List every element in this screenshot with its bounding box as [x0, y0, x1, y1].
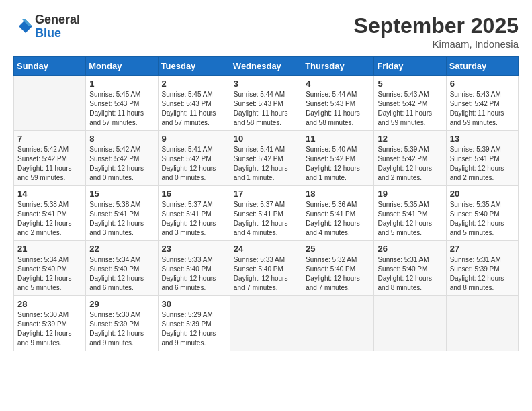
calendar-cell: 1Sunrise: 5:45 AM Sunset: 5:43 PM Daylig…: [86, 76, 158, 131]
calendar-cell: 25Sunrise: 5:32 AM Sunset: 5:40 PM Dayli…: [302, 241, 374, 296]
calendar-cell: 27Sunrise: 5:31 AM Sunset: 5:39 PM Dayli…: [446, 241, 518, 296]
calendar-week-row: 21Sunrise: 5:34 AM Sunset: 5:40 PM Dayli…: [14, 241, 519, 296]
day-info: Sunrise: 5:33 AM Sunset: 5:40 PM Dayligh…: [162, 255, 226, 293]
calendar-cell: [374, 296, 446, 351]
calendar-cell: 28Sunrise: 5:30 AM Sunset: 5:39 PM Dayli…: [14, 296, 86, 351]
title-block: September 2025 Kimaam, Indonesia: [354, 13, 519, 50]
day-info: Sunrise: 5:44 AM Sunset: 5:43 PM Dayligh…: [306, 90, 370, 128]
calendar-cell: [230, 296, 302, 351]
calendar-cell: 6Sunrise: 5:43 AM Sunset: 5:42 PM Daylig…: [446, 76, 518, 131]
calendar-cell: [446, 296, 518, 351]
calendar-cell: 7Sunrise: 5:42 AM Sunset: 5:42 PM Daylig…: [14, 131, 86, 186]
calendar-cell: 9Sunrise: 5:41 AM Sunset: 5:42 PM Daylig…: [158, 131, 230, 186]
day-info: Sunrise: 5:37 AM Sunset: 5:41 PM Dayligh…: [234, 200, 298, 238]
day-number: 2: [162, 79, 226, 89]
day-info: Sunrise: 5:43 AM Sunset: 5:42 PM Dayligh…: [378, 90, 442, 128]
day-info: Sunrise: 5:37 AM Sunset: 5:41 PM Dayligh…: [162, 200, 226, 238]
day-info: Sunrise: 5:36 AM Sunset: 5:41 PM Dayligh…: [306, 200, 370, 238]
day-number: 27: [450, 244, 515, 254]
day-number: 25: [306, 244, 370, 254]
calendar-week-row: 28Sunrise: 5:30 AM Sunset: 5:39 PM Dayli…: [14, 296, 519, 351]
calendar-cell: 22Sunrise: 5:34 AM Sunset: 5:40 PM Dayli…: [86, 241, 158, 296]
weekday-header-friday: Friday: [374, 57, 446, 76]
day-number: 28: [17, 299, 82, 309]
day-info: Sunrise: 5:38 AM Sunset: 5:41 PM Dayligh…: [89, 200, 154, 238]
day-info: Sunrise: 5:31 AM Sunset: 5:40 PM Dayligh…: [378, 255, 442, 293]
day-number: 10: [234, 134, 298, 144]
day-number: 21: [17, 244, 82, 254]
day-number: 15: [89, 189, 154, 199]
day-number: 26: [378, 244, 442, 254]
day-number: 16: [162, 189, 226, 199]
day-number: 5: [378, 79, 442, 89]
calendar-table: SundayMondayTuesdayWednesdayThursdayFrid…: [13, 56, 519, 351]
day-info: Sunrise: 5:35 AM Sunset: 5:41 PM Dayligh…: [378, 200, 442, 238]
weekday-header-sunday: Sunday: [14, 57, 86, 76]
weekday-header-thursday: Thursday: [302, 57, 374, 76]
page-header: General Blue September 2025 Kimaam, Indo…: [13, 13, 519, 50]
day-number: 8: [89, 134, 154, 144]
day-number: 30: [162, 299, 226, 309]
logo-text: General Blue: [35, 13, 80, 40]
calendar-cell: 8Sunrise: 5:42 AM Sunset: 5:42 PM Daylig…: [86, 131, 158, 186]
calendar-cell: 19Sunrise: 5:35 AM Sunset: 5:41 PM Dayli…: [374, 186, 446, 241]
day-info: Sunrise: 5:38 AM Sunset: 5:41 PM Dayligh…: [17, 200, 82, 238]
calendar-cell: 5Sunrise: 5:43 AM Sunset: 5:42 PM Daylig…: [374, 76, 446, 131]
weekday-header-monday: Monday: [86, 57, 158, 76]
calendar-cell: [302, 296, 374, 351]
day-number: 17: [234, 189, 298, 199]
day-info: Sunrise: 5:32 AM Sunset: 5:40 PM Dayligh…: [306, 255, 370, 293]
day-number: 11: [306, 134, 370, 144]
day-info: Sunrise: 5:41 AM Sunset: 5:42 PM Dayligh…: [162, 145, 226, 183]
day-info: Sunrise: 5:33 AM Sunset: 5:40 PM Dayligh…: [234, 255, 298, 293]
calendar-cell: 23Sunrise: 5:33 AM Sunset: 5:40 PM Dayli…: [158, 241, 230, 296]
calendar-cell: 14Sunrise: 5:38 AM Sunset: 5:41 PM Dayli…: [14, 186, 86, 241]
day-info: Sunrise: 5:31 AM Sunset: 5:39 PM Dayligh…: [450, 255, 515, 293]
day-number: 20: [450, 189, 515, 199]
calendar-cell: 4Sunrise: 5:44 AM Sunset: 5:43 PM Daylig…: [302, 76, 374, 131]
weekday-header-wednesday: Wednesday: [230, 57, 302, 76]
day-info: Sunrise: 5:29 AM Sunset: 5:39 PM Dayligh…: [162, 310, 226, 348]
day-info: Sunrise: 5:42 AM Sunset: 5:42 PM Dayligh…: [89, 145, 154, 183]
calendar-cell: 12Sunrise: 5:39 AM Sunset: 5:42 PM Dayli…: [374, 131, 446, 186]
day-info: Sunrise: 5:45 AM Sunset: 5:43 PM Dayligh…: [89, 90, 154, 128]
day-number: 29: [89, 299, 154, 309]
logo-blue: Blue: [35, 27, 80, 40]
calendar-cell: 16Sunrise: 5:37 AM Sunset: 5:41 PM Dayli…: [158, 186, 230, 241]
day-info: Sunrise: 5:41 AM Sunset: 5:42 PM Dayligh…: [234, 145, 298, 183]
calendar-cell: 10Sunrise: 5:41 AM Sunset: 5:42 PM Dayli…: [230, 131, 302, 186]
month-title: September 2025: [354, 13, 519, 38]
day-info: Sunrise: 5:42 AM Sunset: 5:42 PM Dayligh…: [17, 145, 82, 183]
day-number: 23: [162, 244, 226, 254]
calendar-cell: 30Sunrise: 5:29 AM Sunset: 5:39 PM Dayli…: [158, 296, 230, 351]
calendar-cell: 29Sunrise: 5:30 AM Sunset: 5:39 PM Dayli…: [86, 296, 158, 351]
day-number: 12: [378, 134, 442, 144]
day-info: Sunrise: 5:34 AM Sunset: 5:40 PM Dayligh…: [17, 255, 82, 293]
day-info: Sunrise: 5:39 AM Sunset: 5:41 PM Dayligh…: [450, 145, 515, 183]
day-info: Sunrise: 5:35 AM Sunset: 5:40 PM Dayligh…: [450, 200, 515, 238]
weekday-header-tuesday: Tuesday: [158, 57, 230, 76]
calendar-week-row: 14Sunrise: 5:38 AM Sunset: 5:41 PM Dayli…: [14, 186, 519, 241]
day-number: 4: [306, 79, 370, 89]
day-info: Sunrise: 5:45 AM Sunset: 5:43 PM Dayligh…: [162, 90, 226, 128]
calendar-cell: 24Sunrise: 5:33 AM Sunset: 5:40 PM Dayli…: [230, 241, 302, 296]
day-number: 9: [162, 134, 226, 144]
calendar-cell: 17Sunrise: 5:37 AM Sunset: 5:41 PM Dayli…: [230, 186, 302, 241]
logo-icon: [13, 17, 34, 37]
calendar-week-row: 7Sunrise: 5:42 AM Sunset: 5:42 PM Daylig…: [14, 131, 519, 186]
day-number: 13: [450, 134, 515, 144]
calendar-cell: 21Sunrise: 5:34 AM Sunset: 5:40 PM Dayli…: [14, 241, 86, 296]
calendar-header-row: SundayMondayTuesdayWednesdayThursdayFrid…: [14, 57, 519, 76]
day-number: 14: [17, 189, 82, 199]
calendar-cell: 2Sunrise: 5:45 AM Sunset: 5:43 PM Daylig…: [158, 76, 230, 131]
calendar-cell: 15Sunrise: 5:38 AM Sunset: 5:41 PM Dayli…: [86, 186, 158, 241]
day-number: 6: [450, 79, 515, 89]
day-info: Sunrise: 5:44 AM Sunset: 5:43 PM Dayligh…: [234, 90, 298, 128]
logo-general: General: [35, 13, 80, 27]
calendar-cell: 20Sunrise: 5:35 AM Sunset: 5:40 PM Dayli…: [446, 186, 518, 241]
day-number: 22: [89, 244, 154, 254]
day-number: 24: [234, 244, 298, 254]
calendar-cell: 13Sunrise: 5:39 AM Sunset: 5:41 PM Dayli…: [446, 131, 518, 186]
day-info: Sunrise: 5:34 AM Sunset: 5:40 PM Dayligh…: [89, 255, 154, 293]
calendar-cell: 18Sunrise: 5:36 AM Sunset: 5:41 PM Dayli…: [302, 186, 374, 241]
